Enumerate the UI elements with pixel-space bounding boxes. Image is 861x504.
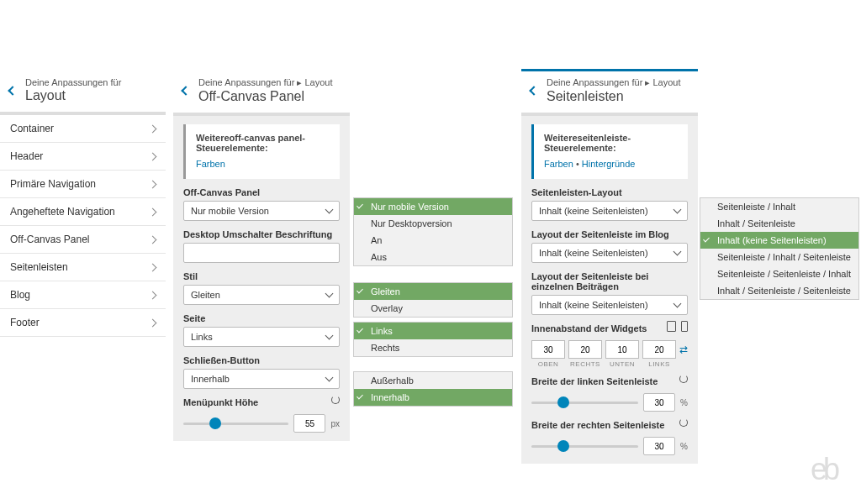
check-icon	[357, 202, 363, 209]
chevron-down-icon	[325, 206, 334, 214]
chevron-right-icon	[149, 180, 157, 188]
link-icon[interactable]: ⇄	[679, 344, 688, 355]
menu-item[interactable]: Seitenleisten	[0, 254, 166, 281]
padding-bottom[interactable]: 10	[605, 340, 639, 359]
select-value: Links	[191, 332, 213, 342]
chevron-down-icon	[673, 248, 682, 256]
notice-link-colors[interactable]: Farben	[544, 159, 573, 169]
single-layout-select[interactable]: Inhalt (keine Seitenleisten)	[531, 295, 688, 315]
dropdown-option[interactable]: Inhalt (keine Seitenleisten)	[700, 232, 858, 249]
stil-dropdown[interactable]: GleitenOverlay	[353, 282, 513, 318]
offcanvas-dropdown[interactable]: Nur mobile VersionNur DesktopversionAnAu…	[353, 197, 513, 266]
menu-item[interactable]: Header	[0, 143, 166, 171]
sidebar-layout-select[interactable]: Inhalt (keine Seitenleisten)	[531, 201, 688, 221]
select-value: Inhalt (keine Seitenleisten)	[539, 248, 648, 258]
dropdown-option[interactable]: Aus	[354, 249, 512, 265]
notice-title: Weitereseitenleiste-Steuerelemente:	[544, 133, 678, 153]
widget-padding-label: Innenabstand der Widgets	[531, 323, 647, 333]
menu-height-value[interactable]: 55	[293, 414, 325, 433]
dropdown-option[interactable]: Gleiten	[354, 283, 512, 300]
right-sidebar-width-value[interactable]: 30	[643, 437, 675, 455]
check-icon	[357, 393, 363, 400]
menu-item-label: Primäre Navigation	[10, 178, 96, 190]
panel-header: Deine Anpassungen für ▸ Layout Seitenlei…	[521, 69, 698, 116]
dropdown-option[interactable]: Seitenleiste / Inhalt	[700, 198, 858, 215]
blog-layout-select[interactable]: Inhalt (keine Seitenleisten)	[531, 243, 688, 263]
seite-dropdown[interactable]: LinksRechts	[353, 322, 513, 357]
menu-item[interactable]: Blog	[0, 281, 166, 309]
sidebar-layout-dropdown[interactable]: Seitenleiste / InhaltInhalt / Seitenleis…	[700, 197, 859, 300]
dropdown-option[interactable]: Seitenleiste / Inhalt / Seitenleiste	[700, 249, 858, 265]
dropdown-option[interactable]: Außerhalb	[354, 372, 512, 389]
check-icon	[357, 287, 363, 294]
reset-icon[interactable]	[679, 375, 688, 383]
notice-link-backgrounds[interactable]: Hintergründe	[582, 159, 636, 169]
check-icon	[703, 236, 710, 243]
dropdown-option[interactable]: Inhalt / Seitenleiste	[700, 215, 858, 232]
dropdown-option[interactable]: Overlay	[354, 300, 512, 317]
dropdown-option[interactable]: An	[354, 232, 512, 249]
back-button[interactable]	[0, 87, 25, 94]
chevron-right-icon	[149, 124, 157, 133]
blog-layout-label: Layout der Seitenleiste im Blog	[531, 229, 688, 239]
slider-thumb[interactable]	[209, 417, 221, 429]
menu-item-label: Off-Canvas Panel	[10, 234, 90, 245]
dropdown-option[interactable]: Rechts	[354, 339, 512, 356]
unit-label: %	[680, 398, 688, 407]
left-sidebar-width-value[interactable]: 30	[643, 393, 675, 412]
dropdown-option[interactable]: Inhalt / Seitenleiste / Seitenleiste	[700, 282, 858, 299]
desktop-icon[interactable]	[667, 321, 676, 332]
slider-thumb[interactable]	[557, 440, 569, 452]
mobile-icon[interactable]	[681, 321, 688, 332]
menu-item-label: Footer	[10, 317, 40, 328]
padding-top[interactable]: 30	[531, 340, 565, 359]
panel-body: Weitereoff-canvas panel-Steuerelemente: …	[173, 116, 350, 441]
chevron-down-icon	[325, 374, 334, 382]
notice-link-colors[interactable]: Farben	[196, 159, 225, 169]
left-sidebar-width-label: Breite der linken Seitenleiste	[531, 376, 658, 386]
back-button[interactable]	[173, 87, 198, 94]
select-value: Nur mobile Version	[191, 206, 269, 216]
close-button-select[interactable]: Innerhalb	[183, 369, 340, 389]
reset-icon[interactable]	[331, 396, 340, 404]
notice-title: Weitereoff-canvas panel-Steuerelemente:	[196, 133, 330, 153]
watermark-logo: eb	[811, 452, 836, 487]
menu-item[interactable]: Off-Canvas Panel	[0, 226, 166, 254]
reset-icon[interactable]	[679, 418, 688, 427]
close-dropdown[interactable]: AußerhalbInnerhalb	[353, 371, 513, 407]
dropdown-option[interactable]: Nur mobile Version	[354, 198, 512, 215]
dropdown-option[interactable]: Nur Desktopversion	[354, 215, 512, 232]
select-value: Inhalt (keine Seitenleisten)	[539, 300, 648, 310]
stil-select[interactable]: Gleiten	[183, 285, 340, 305]
menu-height-slider[interactable]	[183, 423, 288, 425]
notice-box: Weitereoff-canvas panel-Steuerelemente: …	[183, 124, 340, 179]
device-toggle[interactable]	[667, 321, 688, 332]
dropdown-option[interactable]: Seitenleiste / Seitenleiste / Inhalt	[700, 265, 858, 282]
menu-item-label: Seitenleisten	[10, 261, 68, 273]
chevron-left-icon	[529, 86, 538, 95]
menu-item[interactable]: Footer	[0, 309, 166, 337]
chevron-right-icon	[149, 235, 157, 244]
padding-right[interactable]: 20	[568, 340, 602, 359]
unit-label: %	[680, 442, 688, 451]
sidebar-layout-label: Seitenleisten-Layout	[531, 187, 688, 197]
right-sidebar-width-slider[interactable]	[531, 445, 638, 448]
desktop-toggle-input[interactable]	[183, 243, 340, 263]
offcanvas-select[interactable]: Nur mobile Version	[183, 201, 340, 221]
check-icon	[357, 327, 363, 333]
dropdown-option[interactable]: Links	[354, 323, 512, 339]
slider-thumb[interactable]	[557, 396, 569, 408]
unit-label: px	[330, 419, 340, 428]
left-sidebar-width-slider[interactable]	[531, 402, 638, 404]
back-button[interactable]	[521, 87, 547, 94]
desktop-toggle-label: Desktop Umschalter Beschriftung	[183, 229, 340, 239]
seite-select[interactable]: Links	[183, 327, 340, 347]
select-value: Gleiten	[191, 290, 220, 300]
padding-left[interactable]: 20	[642, 340, 676, 359]
single-layout-label: Layout der Seitenleiste bei einzelnen Be…	[531, 271, 688, 291]
menu-item[interactable]: Angeheftete Navigation	[0, 198, 166, 226]
menu-item[interactable]: Container	[0, 115, 166, 143]
dropdown-option[interactable]: Innerhalb	[354, 389, 512, 406]
stil-label: Stil	[183, 271, 340, 281]
menu-item[interactable]: Primäre Navigation	[0, 171, 166, 198]
